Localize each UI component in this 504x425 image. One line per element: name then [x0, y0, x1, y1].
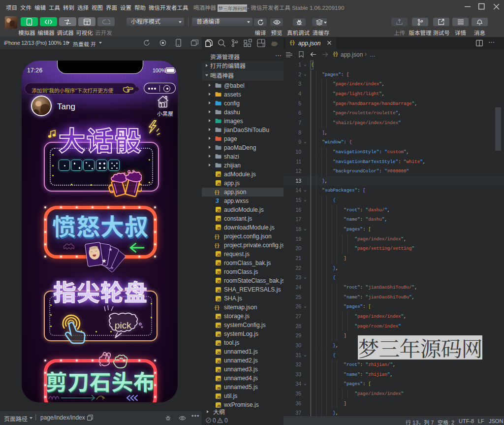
svg-text:pick: pick	[115, 320, 131, 330]
